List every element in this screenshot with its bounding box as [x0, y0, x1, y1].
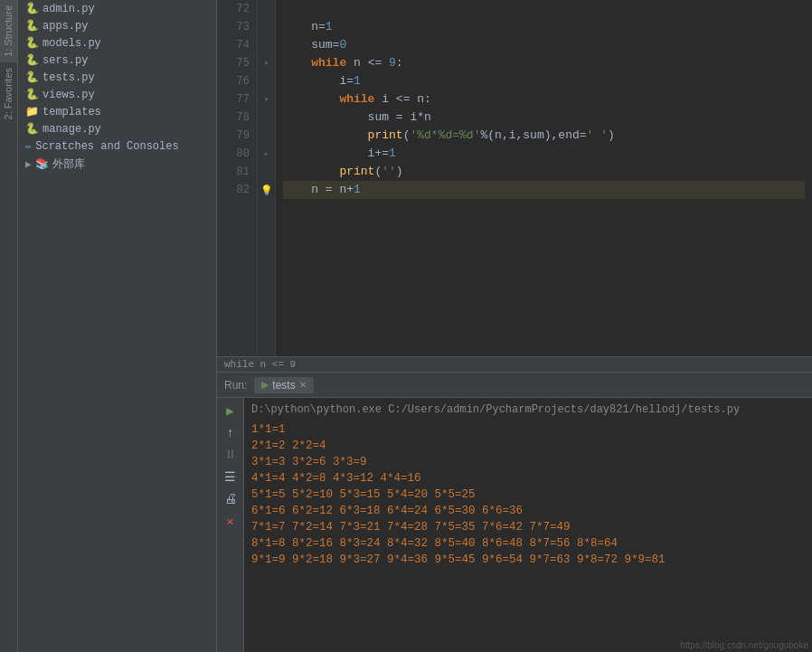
sidebar-item-templates[interactable]: 📁 templates	[18, 103, 216, 120]
run-tab-label: tests	[272, 379, 295, 392]
code-line-77: while i <= n:	[283, 90, 805, 109]
sidebar-item-label: views.py	[42, 89, 95, 101]
sidebar-item-label: tests.py	[42, 71, 95, 84]
run-panel: Run: ▶ tests ✕ ▶ ↑ ⏸ ☰ 🖨 ✕ D:\python\pyt	[217, 372, 812, 652]
structure-vtab[interactable]: 1: Structure	[0, 0, 17, 62]
run-tab-icon: ▶	[261, 379, 269, 391]
code-line-78: sum = i*n	[283, 109, 805, 127]
code-line-76: i=1	[283, 72, 805, 90]
output-line-1: 2*1=2 2*2=4	[251, 438, 805, 454]
py-icon: 🐍	[25, 2, 39, 15]
folder-icon: 📁	[25, 105, 39, 118]
sidebar-item-label: apps.py	[42, 20, 88, 33]
sidebar-item-admin[interactable]: 🐍 admin.py	[18, 0, 216, 17]
gutter-fold-77[interactable]	[258, 90, 276, 109]
py-icon: 🐍	[25, 19, 39, 33]
gutter-73	[258, 18, 276, 36]
code-line-79: print('%d*%d=%d'%(n,i,sum),end=' ')	[283, 127, 805, 145]
output-line-2: 3*1=3 3*2=6 3*3=9	[251, 454, 805, 470]
sidebar-item-label: templates	[42, 106, 101, 118]
py-icon: 🐍	[25, 88, 39, 101]
left-vtabs: 1: Structure 2: Favorites	[0, 0, 18, 652]
breadcrumb-text: while n <= 9	[224, 359, 296, 370]
gutter-fold-80[interactable]	[258, 145, 276, 163]
run-tabs: Run: ▶ tests ✕	[217, 373, 812, 398]
code-line-82: n = n+1	[283, 181, 805, 199]
output-line-8: 9*1=9 9*2=18 9*3=27 9*4=36 9*5=45 9*6=54…	[251, 552, 805, 568]
watermark: https://blog.csdn.net/gouguboke	[680, 640, 808, 650]
output-line-3: 4*1=4 4*2=8 4*3=12 4*4=16	[251, 470, 805, 487]
sidebar-item-extlib[interactable]: ▶ 📚 外部库	[18, 155, 216, 174]
run-label: Run:	[224, 379, 247, 392]
py-icon: 🐍	[25, 53, 39, 67]
run-up-btn[interactable]: ↑	[224, 424, 235, 442]
run-command: D:\python\python.exe C:/Users/admin/Pych…	[251, 402, 805, 418]
run-play-btn[interactable]: ▶	[224, 402, 235, 420]
run-tab-tests[interactable]: ▶ tests ✕	[254, 377, 313, 393]
code-area: 72 73 74 75 76 77 78 79 80 81 82	[217, 0, 812, 652]
gutter-81	[258, 163, 276, 181]
main-area: 1: Structure 2: Favorites 🐍 admin.py 🐍 a…	[0, 0, 812, 652]
breadcrumb-bar: while n <= 9	[217, 356, 812, 372]
output-line-5: 6*1=6 6*2=12 6*3=18 6*4=24 6*5=30 6*6=36	[251, 503, 805, 519]
gutter-fold-75[interactable]	[258, 54, 276, 72]
code-editor[interactable]: 72 73 74 75 76 77 78 79 80 81 82	[217, 0, 812, 356]
code-line-74: sum=0	[283, 36, 805, 54]
run-pause-btn[interactable]: ⏸	[222, 446, 239, 464]
code-line-75: while n <= 9:	[283, 54, 805, 72]
code-line-72	[283, 0, 805, 18]
code-lines: 72 73 74 75 76 77 78 79 80 81 82	[217, 0, 812, 356]
gutter-74	[258, 36, 276, 54]
run-stop-btn[interactable]: ✕	[224, 512, 235, 531]
sidebar-item-manage[interactable]: 🐍 manage.py	[18, 120, 216, 137]
gutter-bulb-82[interactable]: 💡	[258, 181, 276, 199]
favorites-vtab[interactable]: 2: Favorites	[0, 62, 17, 125]
gutter-76	[258, 72, 276, 90]
sidebar-item-models[interactable]: 🐍 models.py	[18, 34, 216, 52]
gutter: 💡	[258, 0, 276, 356]
scratch-icon: ✏️	[25, 139, 32, 153]
line-numbers: 72 73 74 75 76 77 78 79 80 81 82	[217, 0, 258, 356]
py-icon: 🐍	[25, 71, 39, 84]
sidebar-item-apps[interactable]: 🐍 apps.py	[18, 17, 216, 34]
sidebar-item-label: Scratches and Consoles	[35, 140, 178, 153]
code-line-80: i+=1	[283, 145, 805, 163]
code-content[interactable]: n=1 sum=0 while n <= 9: i=1 while i <= n…	[276, 0, 812, 356]
close-icon[interactable]: ✕	[299, 380, 307, 390]
sidebar-item-label: sers.py	[42, 54, 88, 67]
sidebar-item-label: manage.py	[42, 123, 101, 136]
sidebar-item-views[interactable]: 🐍 views.py	[18, 86, 216, 103]
run-list-btn[interactable]: ☰	[222, 468, 238, 487]
gutter-72	[258, 0, 276, 18]
sidebar-item-tests[interactable]: 🐍 tests.py	[18, 69, 216, 86]
run-toolbar: ▶ ↑ ⏸ ☰ 🖨 ✕	[217, 398, 244, 652]
sidebar: 🐍 admin.py 🐍 apps.py 🐍 models.py 🐍 sers.…	[18, 0, 217, 652]
output-line-6: 7*1=7 7*2=14 7*3=21 7*4=28 7*5=35 7*6=42…	[251, 519, 805, 535]
sidebar-item-label: models.py	[42, 37, 101, 50]
run-content: ▶ ↑ ⏸ ☰ 🖨 ✕ D:\python\python.exe C:/User…	[217, 398, 812, 652]
py-icon: 🐍	[25, 122, 39, 136]
output-line-7: 8*1=8 8*2=16 8*3=24 8*4=32 8*5=40 8*6=48…	[251, 535, 805, 552]
code-line-73: n=1	[283, 18, 805, 36]
sidebar-item-scratches[interactable]: ✏️ Scratches and Consoles	[18, 137, 216, 155]
py-icon: 🐍	[25, 36, 39, 50]
gutter-79	[258, 127, 276, 145]
sidebar-item-sers[interactable]: 🐍 sers.py	[18, 52, 216, 69]
output-line-0: 1*1=1	[251, 421, 805, 438]
run-print-btn[interactable]: 🖨	[222, 490, 239, 508]
gutter-78	[258, 109, 276, 127]
sidebar-item-label: admin.py	[42, 3, 95, 15]
output-line-4: 5*1=5 5*2=10 5*3=15 5*4=20 5*5=25	[251, 487, 805, 503]
sidebar-item-label: 外部库	[52, 156, 85, 172]
code-line-81: print('')	[283, 163, 805, 181]
run-output[interactable]: D:\python\python.exe C:/Users/admin/Pych…	[244, 398, 812, 652]
expand-icon: ▶	[25, 158, 32, 170]
lib-icon: 📚	[35, 157, 49, 171]
